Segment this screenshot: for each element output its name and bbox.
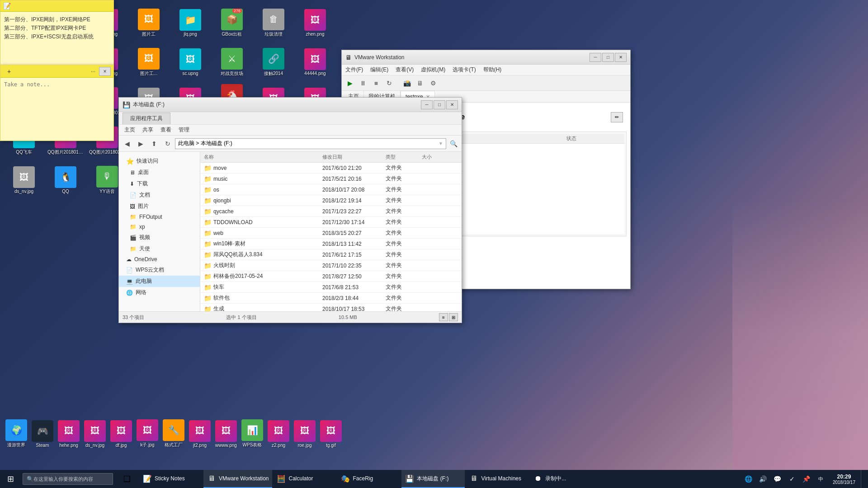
- vmware-stop-button[interactable]: ■: [370, 77, 382, 89]
- table-row[interactable]: 📁 move 2017/6/10 21:20 文件夹: [200, 163, 462, 174]
- desktop-icon-jiechu[interactable]: 🔗 接触2014: [253, 43, 294, 81]
- bottom-icon-wwww[interactable]: 🖼 wwww.png: [213, 418, 239, 450]
- desktop-icon-duizhan[interactable]: ⚔ 对战竞技场: [212, 43, 252, 81]
- bottom-icon-tg[interactable]: 🖼 tg.gif: [318, 418, 344, 450]
- vmware-menu-view[interactable]: 查看(V): [392, 65, 417, 75]
- table-row[interactable]: 📁 TDDOWNLOAD 2017/12/30 17:14 文件夹: [200, 217, 462, 228]
- nav-network[interactable]: 🌐 网络: [119, 287, 200, 298]
- vmware-snapshot-button[interactable]: 📸: [401, 77, 413, 89]
- show-desktop-button[interactable]: [861, 470, 864, 488]
- sticky-close-button[interactable]: ×: [99, 67, 111, 76]
- nav-wps-cloud[interactable]: 📄 WPS云文档: [119, 264, 200, 276]
- desktop-icon-tupian[interactable]: 🖼 图片工: [128, 4, 169, 42]
- desktop-icon-scupng[interactable]: 🖼 sc.upng: [170, 43, 211, 81]
- back-button[interactable]: ◀: [121, 137, 133, 150]
- vmware-pause-button[interactable]: ⏸: [357, 77, 369, 89]
- vmware-power-button[interactable]: ▶: [344, 77, 356, 89]
- table-row[interactable]: 📁 qycache 2017/1/23 22:27 文件夹: [200, 206, 462, 217]
- minimize-button[interactable]: ─: [421, 100, 433, 109]
- bottom-icon-geshi[interactable]: 🔧 格式工厂: [161, 418, 186, 450]
- table-row[interactable]: 📁 屌风QQ机器人3.834 2017/6/12 17:15 文件夹: [200, 249, 462, 260]
- vmware-maximize-button[interactable]: □: [602, 53, 614, 62]
- col-size[interactable]: 大小: [422, 154, 458, 160]
- nav-videos[interactable]: 🎬 视频: [119, 232, 200, 243]
- table-row[interactable]: 📁 柯林备份2017-05-24 2017/8/27 12:50 文件夹: [200, 271, 462, 282]
- address-bar[interactable]: 此电脑 > 本地磁盘 (F:) ▼: [175, 138, 446, 149]
- table-row[interactable]: 📁 生成 2018/10/17 18:53 文件夹: [200, 304, 462, 311]
- vmware-console-button[interactable]: 🖥: [414, 77, 426, 89]
- vmware-menu-vm[interactable]: 虚拟机(M): [417, 65, 449, 75]
- desktop-icon-ds2[interactable]: 🖼 ds_nv.jpg: [4, 161, 44, 199]
- bottom-icon-roe[interactable]: 🖼 roe.jpg: [292, 418, 317, 450]
- desktop-icon-qq2[interactable]: 🐧 QQ: [45, 161, 86, 199]
- desktop-icon-gbox[interactable]: 📦 276 GBox出租: [212, 4, 252, 42]
- nav-xp[interactable]: 📁 xp: [119, 222, 200, 232]
- desktop-icon-44444[interactable]: 🖼 44444.png: [295, 43, 335, 81]
- nav-ffoutput[interactable]: 📁 FFOutput: [119, 212, 200, 222]
- vmware-menu-edit[interactable]: 编辑(E): [367, 65, 392, 75]
- col-type[interactable]: 类型: [386, 154, 422, 160]
- sticky-more-button[interactable]: ···: [87, 67, 99, 76]
- taskbar-app-vmware[interactable]: 🖥 VMware Workstation: [203, 470, 272, 488]
- table-row[interactable]: 📁 快车 2017/6/8 21:53 文件夹: [200, 282, 462, 293]
- menu-share[interactable]: 共享: [139, 125, 157, 135]
- taskbar-clock[interactable]: 20:29 2018/10/17: [829, 470, 859, 488]
- bottom-icon-hehepng[interactable]: 🖼 hehe.png: [56, 418, 81, 450]
- search-button[interactable]: 🔍: [447, 137, 460, 150]
- detail-view-button[interactable]: ⊞: [449, 313, 458, 321]
- col-date[interactable]: 修改日期: [322, 154, 386, 160]
- vmware-minimize-button[interactable]: ─: [590, 53, 601, 62]
- table-row[interactable]: 📁 os 2018/10/17 20:08 文件夹: [200, 184, 462, 195]
- sticky-add-button[interactable]: +: [3, 67, 15, 76]
- vmware-close-button[interactable]: ✕: [615, 53, 627, 62]
- sticky-mini-body[interactable]: [0, 78, 113, 141]
- table-row[interactable]: 📁 软件包 2018/2/3 18:44 文件夹: [200, 293, 462, 304]
- nav-quick-access[interactable]: ⭐ 快速访问: [119, 155, 200, 167]
- sticky-note-input[interactable]: [4, 81, 110, 136]
- list-view-button[interactable]: ≡: [439, 313, 448, 321]
- vmware-menu-file[interactable]: 文件(F): [342, 65, 367, 75]
- vmware-vm-edit-button[interactable]: ✏: [611, 112, 623, 122]
- desktop-icon-tupian2[interactable]: 🖼 图片工...: [128, 43, 169, 81]
- task-view-button[interactable]: ❑: [117, 470, 137, 488]
- table-row[interactable]: 📁 web 2018/3/15 20:27 文件夹: [200, 228, 462, 239]
- bottom-icon-df[interactable]: 🖼 df.jpg: [108, 418, 134, 450]
- bottom-icon-dsnv[interactable]: 🖼 ds_nv.jpg: [82, 418, 108, 450]
- systray-input-icon[interactable]: 中: [815, 470, 827, 488]
- taskbar-app-localdisk[interactable]: 💾 本地磁盘 (F:): [401, 470, 465, 488]
- bottom-icon-steam[interactable]: 🎮 Steam: [30, 418, 55, 450]
- taskbar-app-recording[interactable]: ⏺ 录制中...: [530, 470, 593, 488]
- desktop-icon-lajiqing[interactable]: 🗑 垃圾清理: [253, 4, 294, 42]
- start-button[interactable]: ⊞: [0, 470, 21, 488]
- nav-this-pc[interactable]: 💻 此电脑: [119, 276, 200, 287]
- refresh-button[interactable]: ↻: [161, 137, 174, 150]
- maximize-button[interactable]: □: [434, 100, 445, 109]
- bottom-icon-z2[interactable]: 🖼 z2.png: [266, 418, 291, 450]
- tab-app-tools[interactable]: 应用程序工具: [123, 113, 170, 124]
- nav-download[interactable]: ⬇ 下载: [119, 178, 200, 189]
- table-row[interactable]: 📁 qiongbi 2018/1/22 19:14 文件夹: [200, 195, 462, 206]
- taskbar-app-sticky[interactable]: 📝 Sticky Notes: [139, 470, 203, 488]
- vmware-refresh-button[interactable]: ↻: [383, 77, 396, 89]
- bottom-icon-kzi[interactable]: 🖼 k子.jpg: [135, 418, 160, 450]
- nav-docs[interactable]: 📄 文档: [119, 189, 200, 201]
- bottom-icon-manyou[interactable]: 🌍 漫游世界: [4, 418, 29, 450]
- nav-pictures[interactable]: 🖼 图片: [119, 201, 200, 212]
- systray-check-icon[interactable]: ✓: [786, 470, 798, 488]
- forward-button[interactable]: ▶: [134, 137, 147, 150]
- vmware-menu-tabs[interactable]: 选项卡(T): [449, 65, 479, 75]
- menu-manage[interactable]: 管理: [175, 125, 193, 135]
- up-button[interactable]: ⬆: [148, 137, 160, 150]
- nav-angel[interactable]: 📁 天使: [119, 243, 200, 254]
- desktop-icon-zhenpng[interactable]: 🖼 zhen.png: [295, 4, 335, 42]
- taskbar-search[interactable]: 🔍 在这里输入你要搜索的内容: [23, 473, 113, 485]
- menu-view[interactable]: 查看: [157, 125, 175, 135]
- table-row[interactable]: 📁 win10棒·素材 2018/1/13 11:42 文件夹: [200, 239, 462, 249]
- bottom-icon-jt2[interactable]: 🖼 jt2.png: [187, 418, 212, 450]
- nav-onedrive[interactable]: ☁ OneDrive: [119, 254, 200, 264]
- nav-desktop[interactable]: 🖥 桌面: [119, 167, 200, 178]
- close-button[interactable]: ✕: [446, 100, 458, 109]
- table-row[interactable]: 📁 music 2017/5/21 20:16 文件夹: [200, 174, 462, 184]
- taskbar-app-facerig[interactable]: 🎭 FaceRig: [337, 470, 401, 488]
- systray-volume-icon[interactable]: 🔊: [757, 470, 769, 488]
